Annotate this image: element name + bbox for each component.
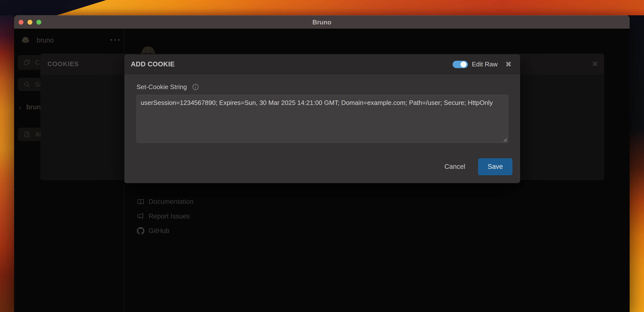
close-icon[interactable]: ✖ [505,61,512,68]
cookies-modal-title: COOKIES [48,60,79,68]
file-code-icon [24,131,30,138]
add-cookie-modal-footer: Cancel Save [444,158,512,175]
chevron-right-icon: › [18,103,21,111]
sidebar-item-label: C [35,59,40,66]
toggle-knob [460,61,466,67]
desktop: Bruno bruno ••• [0,0,644,312]
edit-raw-label: Edit Raw [472,60,498,68]
sidebar-collection-bruno[interactable]: › brun [18,102,41,112]
window-title: Bruno [14,15,630,29]
workspace-name: bruno [36,36,54,44]
workspace-row[interactable]: bruno [20,35,54,45]
link-documentation[interactable]: Documentation [137,198,194,206]
add-cookie-modal-title: ADD COOKIE [131,60,175,68]
save-button[interactable]: Save [478,158,512,175]
link-label: Report Issues [149,212,190,220]
cancel-button[interactable]: Cancel [444,163,465,170]
collections-icon [24,59,30,66]
wallpaper-right [630,15,644,312]
book-icon [137,198,144,206]
add-cookie-modal-body: Set-Cookie String userSession=1234567890… [124,74,520,143]
workspace-menu-icon[interactable]: ••• [110,36,122,43]
textarea-resize-handle[interactable] [502,137,508,142]
bruno-logo-icon [20,35,31,45]
titlebar: Bruno [14,15,630,29]
app-window: Bruno bruno ••• [14,15,630,312]
app-content: bruno ••• C Se › [14,29,630,312]
megaphone-icon [137,212,144,220]
add-cookie-modal: ADD COOKIE Edit Raw ✖ Set-Cookie String [124,54,520,183]
link-github[interactable]: GitHub [137,227,194,235]
search-icon [24,81,30,88]
field-label-row: Set-Cookie String [136,83,508,91]
link-label: GitHub [149,227,170,235]
collection-name: brun [26,103,41,111]
add-cookie-modal-header: ADD COOKIE Edit Raw ✖ [124,54,520,74]
github-icon [137,227,144,235]
link-report-issues[interactable]: Report Issues [137,212,194,220]
sidebar-item-label: Al [35,131,41,138]
edit-raw-toggle[interactable] [452,61,468,68]
set-cookie-string-label: Set-Cookie String [136,83,187,91]
set-cookie-string-input[interactable]: userSession=1234567890; Expires=Sun, 30 … [136,95,508,143]
link-label: Documentation [149,198,194,206]
header-controls: Edit Raw ✖ [452,60,512,68]
welcome-links: Documentation Report Issues [137,198,194,235]
info-icon [192,84,199,90]
set-cookie-string-field-wrap: userSession=1234567890; Expires=Sun, 30 … [136,95,508,143]
close-icon[interactable]: ✖ [592,59,598,69]
wallpaper-left [0,15,14,312]
